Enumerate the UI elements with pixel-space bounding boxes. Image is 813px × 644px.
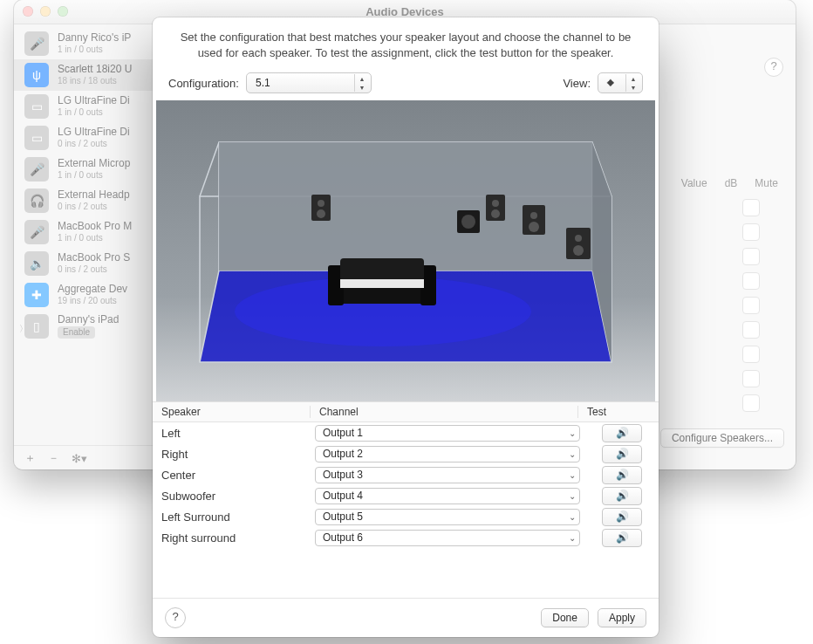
ipad-icon: ▯: [24, 314, 49, 339]
configuration-select[interactable]: 5.1 ▲▼: [246, 72, 372, 93]
device-name: External Microp: [58, 158, 130, 170]
test-speaker-button[interactable]: 🔊: [602, 466, 642, 484]
room-3d-svg: [156, 100, 655, 401]
close-window-button[interactable]: [23, 6, 33, 17]
col-channel: Channel: [311, 406, 578, 418]
mute-checkbox[interactable]: [742, 199, 760, 216]
svg-point-22: [530, 212, 537, 219]
speaker-table-header: Speaker Channel Test: [153, 401, 659, 422]
mute-checkbox[interactable]: [742, 321, 760, 339]
device-io-summary: 1 in / 0 outs: [58, 170, 130, 181]
channel-value: Output 5: [323, 510, 363, 523]
minimize-window-button[interactable]: [40, 6, 51, 17]
mute-checkbox[interactable]: [742, 394, 760, 412]
device-actions-menu[interactable]: ✻▾: [72, 452, 87, 465]
chevron-down-icon: ⌄: [569, 491, 576, 501]
mute-checkbox[interactable]: [742, 223, 760, 241]
zoom-window-button[interactable]: [58, 6, 68, 17]
mute-checkbox[interactable]: [742, 272, 760, 290]
speaker-wave-icon: 🔊: [616, 531, 629, 544]
speaker-name: Left Surround: [153, 510, 310, 524]
channel-select[interactable]: Output 2⌄: [315, 446, 580, 462]
channel-select[interactable]: Output 4⌄: [315, 488, 580, 504]
mic-icon: 🎤: [24, 157, 49, 182]
mute-checkbox[interactable]: [742, 248, 760, 265]
chevron-down-icon: ⌄: [569, 449, 576, 459]
channel-value: Output 3: [323, 469, 363, 481]
channel-table-header: Value dB Mute: [681, 177, 778, 189]
mute-checkbox[interactable]: [742, 297, 760, 314]
mute-checkbox[interactable]: [742, 346, 760, 363]
speaker-row: LeftOutput 1⌄🔊: [153, 422, 659, 443]
select-stepper-icon: ▲▼: [625, 74, 640, 92]
view-select[interactable]: ⯁ ▲▼: [598, 72, 643, 93]
test-speaker-button[interactable]: 🔊: [602, 508, 642, 526]
device-name: LG UltraFine Di: [58, 95, 130, 107]
svg-point-28: [461, 215, 475, 229]
col-db: dB: [725, 177, 738, 189]
device-io-summary: 0 ins / 2 outs: [58, 202, 130, 212]
add-device-button[interactable]: ＋: [24, 450, 36, 466]
configuration-value: 5.1: [256, 77, 270, 89]
speaker-row: CenterOutput 3⌄🔊: [153, 464, 659, 485]
channel-select[interactable]: Output 5⌄: [315, 509, 580, 525]
device-io-summary: 1 in / 0 outs: [58, 45, 131, 55]
window-title: Audio Devices: [366, 5, 444, 18]
help-button[interactable]: ?: [764, 58, 783, 77]
speaker-wave-icon: 🔊: [616, 510, 629, 523]
svg-point-16: [318, 200, 325, 207]
speaker-row: RightOutput 2⌄🔊: [153, 443, 659, 464]
channel-value: Output 2: [323, 448, 363, 460]
speaker-name: Right surround: [153, 531, 310, 545]
display-icon: ▭: [24, 126, 49, 150]
speaker-wave-icon: 🔊: [616, 427, 629, 439]
channel-select[interactable]: Output 6⌄: [315, 530, 580, 546]
speaker-row: Right surroundOutput 6⌄🔊: [153, 527, 659, 548]
device-io-summary: Enable: [58, 326, 119, 339]
test-speaker-button[interactable]: 🔊: [602, 529, 642, 547]
usb-icon: ψ: [24, 63, 49, 87]
device-io-summary: 18 ins / 18 outs: [58, 76, 132, 86]
chevron-down-icon: ⌄: [569, 428, 576, 438]
col-mute: Mute: [755, 177, 778, 189]
device-io-summary: 1 in / 0 outs: [58, 233, 132, 243]
plus-icon: ✚: [24, 283, 49, 307]
enable-badge[interactable]: Enable: [58, 326, 95, 339]
headphones-icon: 🎧: [24, 188, 49, 213]
configure-speakers-sheet: Set the configuration that best matches …: [153, 17, 659, 637]
test-speaker-button[interactable]: 🔊: [602, 445, 642, 463]
configuration-label: Configuration:: [168, 77, 239, 90]
apply-button[interactable]: Apply: [598, 608, 646, 627]
channel-select[interactable]: Output 3⌄: [315, 467, 580, 483]
disclosure-caret-icon[interactable]: 〉: [19, 323, 28, 335]
svg-line-5: [200, 142, 219, 196]
mic-icon: 🎤: [24, 31, 49, 56]
chevron-down-icon: ⌄: [569, 470, 576, 480]
svg-rect-13: [340, 258, 424, 281]
speaker-wave-icon: 🔊: [616, 490, 629, 502]
remove-device-button[interactable]: －: [48, 450, 59, 466]
device-name: Aggregate Dev: [58, 284, 127, 296]
speaker-wave-icon: 🔊: [616, 448, 629, 460]
channel-select[interactable]: Output 1⌄: [315, 425, 580, 442]
speaker-icon: 🔈: [24, 251, 49, 276]
room-3d-preview[interactable]: [156, 100, 655, 401]
col-speaker: Speaker: [153, 406, 311, 418]
device-name: Danny Rico's iP: [58, 32, 131, 45]
mute-checkbox-column: [742, 199, 760, 412]
speaker-name: Left: [153, 427, 310, 440]
col-test: Test: [578, 406, 659, 418]
test-speaker-button[interactable]: 🔊: [602, 424, 642, 442]
svg-point-19: [492, 200, 499, 207]
mute-checkbox[interactable]: [742, 370, 760, 387]
test-speaker-button[interactable]: 🔊: [602, 487, 642, 505]
chevron-down-icon: ⌄: [569, 533, 576, 543]
done-button[interactable]: Done: [541, 608, 589, 627]
window-controls: [23, 6, 68, 17]
cube-3d-icon: ⯁: [605, 77, 616, 89]
speaker-name: Center: [153, 469, 310, 482]
sheet-help-button[interactable]: ?: [165, 607, 186, 628]
device-name: MacBook Pro S: [58, 252, 130, 264]
device-name: Scarlett 18i20 U: [58, 64, 132, 76]
configure-speakers-button[interactable]: Configure Speakers...: [660, 428, 784, 448]
